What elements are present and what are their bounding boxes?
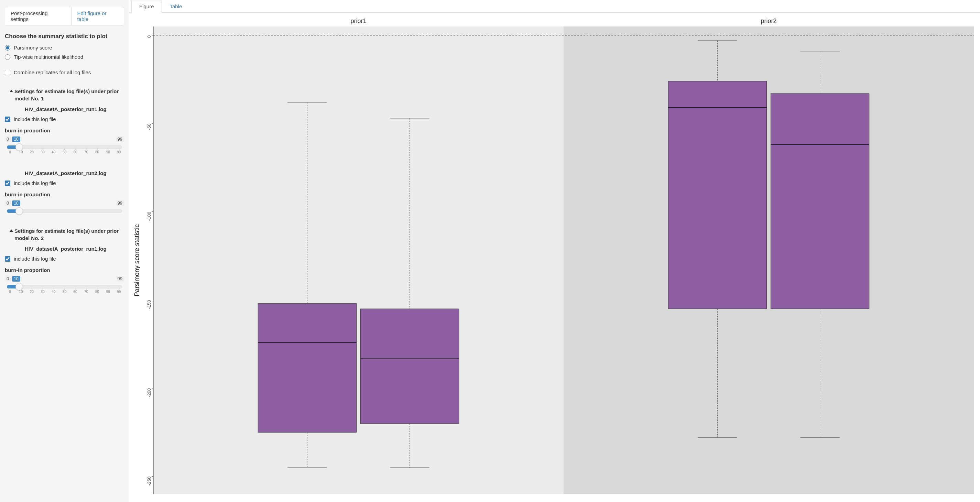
include-file-label: include this log file (14, 256, 56, 262)
svg-text:Parsimony score statistic: Parsimony score statistic (133, 224, 140, 296)
slider-max: 99 (116, 136, 124, 142)
svg-rect-0 (153, 27, 563, 494)
slider-thumb[interactable] (16, 143, 23, 151)
slider-tick: 20 (29, 290, 35, 294)
main-panel: Figure Table prior1prior20-50-100-150-20… (129, 0, 980, 502)
include-file-row[interactable]: include this log file (5, 180, 124, 186)
slider-tick: 40 (51, 290, 57, 294)
slider-tick: 60 (72, 290, 78, 294)
svg-text:prior1: prior1 (350, 17, 366, 24)
slider-value-badge: 10 (12, 276, 20, 281)
svg-text:-200: -200 (146, 388, 152, 397)
svg-rect-29 (360, 309, 459, 424)
slider-tick: 90 (105, 290, 111, 294)
tab-edit-figure[interactable]: Edit figure or table (72, 7, 124, 25)
model-block-title: Settings for estimate log file(s) under … (14, 227, 124, 242)
svg-rect-35 (668, 81, 767, 309)
radio-parsimony-label: Parsimony score (14, 45, 52, 51)
burnin-label: burn-in proportion (5, 267, 124, 273)
slider-value-badge: 10 (12, 137, 20, 142)
include-file-label: include this log file (14, 180, 56, 186)
slider-tick: 0 (7, 150, 13, 154)
radio-tipwise[interactable] (5, 54, 10, 60)
slider-tick: 0 (7, 290, 13, 294)
slider-tick: 10 (18, 290, 24, 294)
svg-rect-2 (563, 27, 974, 494)
slider-min: 0 (5, 136, 11, 142)
combine-replicates-label: Combine replicates for all log files (14, 70, 91, 75)
slider-tick: 99 (116, 290, 122, 294)
slider-tick: 70 (83, 150, 89, 154)
include-file-label: include this log file (14, 116, 56, 122)
model-block-header[interactable]: Settings for estimate log file(s) under … (10, 227, 124, 242)
include-file-checkbox[interactable] (5, 256, 10, 262)
slider-tick: 30 (40, 290, 46, 294)
log-file-name: HIV_datasetA_posterior_run1.log (25, 246, 124, 252)
slider-tick: 50 (61, 290, 67, 294)
tab-figure[interactable]: Figure (131, 0, 162, 13)
summary-stat-title: Choose the summary statistic to plot (5, 33, 124, 40)
radio-tipwise-label: Tip-wise multinomial likelihood (14, 54, 83, 60)
tab-post-processing[interactable]: Post-processing settings (5, 7, 72, 25)
include-file-checkbox[interactable] (5, 181, 10, 186)
radio-parsimony-row[interactable]: Parsimony score (5, 45, 124, 51)
slider-min-max-row: 01099 (5, 136, 124, 142)
tab-table[interactable]: Table (162, 0, 190, 13)
svg-rect-23 (258, 303, 356, 432)
slider-min: 0 (5, 276, 11, 281)
svg-text:-150: -150 (146, 300, 152, 309)
combine-replicates-checkbox[interactable] (5, 70, 10, 75)
log-file-name: HIV_datasetA_posterior_run2.log (25, 170, 124, 176)
burnin-label: burn-in proportion (5, 192, 124, 197)
burnin-slider[interactable] (5, 207, 124, 216)
boxplot-chart: prior1prior20-50-100-150-200-250Parsimon… (133, 16, 977, 499)
log-file-name: HIV_datasetA_posterior_run1.log (25, 106, 124, 112)
settings-sidebar: Post-processing settings Edit figure or … (0, 0, 129, 502)
chevron-up-icon (10, 90, 13, 92)
slider-tick: 70 (83, 290, 89, 294)
include-file-checkbox[interactable] (5, 116, 10, 122)
slider-min: 0 (5, 200, 11, 206)
svg-text:prior2: prior2 (760, 17, 776, 24)
model-block-header[interactable]: Settings for estimate log file(s) under … (10, 88, 124, 102)
slider-max: 99 (116, 200, 124, 206)
slider-tick: 80 (94, 150, 100, 154)
slider-tick: 50 (61, 150, 67, 154)
slider-tick: 99 (116, 150, 122, 154)
svg-text:-50: -50 (146, 124, 152, 130)
slider-tick: 20 (29, 150, 35, 154)
slider-value-badge: 10 (12, 200, 20, 206)
chevron-up-icon (10, 229, 13, 232)
slider-tick: 10 (18, 150, 24, 154)
slider-thumb[interactable] (16, 207, 23, 215)
slider-tick: 60 (72, 150, 78, 154)
slider-tick: 90 (105, 150, 111, 154)
radio-parsimony[interactable] (5, 45, 10, 51)
svg-rect-41 (771, 94, 869, 309)
radio-tipwise-row[interactable]: Tip-wise multinomial likelihood (5, 54, 124, 60)
include-file-row[interactable]: include this log file (5, 256, 124, 262)
burnin-slider[interactable]: 010203040506070809099 (5, 143, 124, 159)
slider-min-max-row: 01099 (5, 200, 124, 206)
slider-track (7, 210, 122, 213)
slider-tick: 80 (94, 290, 100, 294)
slider-tick: 40 (51, 150, 57, 154)
slider-ticks: 010203040506070809099 (7, 150, 122, 154)
sidebar-tab-group: Post-processing settings Edit figure or … (5, 7, 124, 25)
burnin-label: burn-in proportion (5, 127, 124, 133)
combine-replicates-row[interactable]: Combine replicates for all log files (5, 70, 124, 75)
svg-text:0: 0 (146, 35, 152, 38)
slider-ticks: 010203040506070809099 (7, 290, 122, 294)
chart-area: prior1prior20-50-100-150-200-250Parsimon… (129, 13, 980, 502)
burnin-slider[interactable]: 010203040506070809099 (5, 283, 124, 299)
slider-min-max-row: 01099 (5, 276, 124, 281)
svg-text:-100: -100 (146, 212, 152, 221)
slider-thumb[interactable] (16, 283, 23, 291)
include-file-row[interactable]: include this log file (5, 116, 124, 122)
model-block-title: Settings for estimate log file(s) under … (14, 88, 124, 102)
slider-tick: 30 (40, 150, 46, 154)
svg-text:-250: -250 (146, 477, 152, 486)
slider-max: 99 (116, 276, 124, 281)
main-tab-group: Figure Table (129, 0, 980, 13)
